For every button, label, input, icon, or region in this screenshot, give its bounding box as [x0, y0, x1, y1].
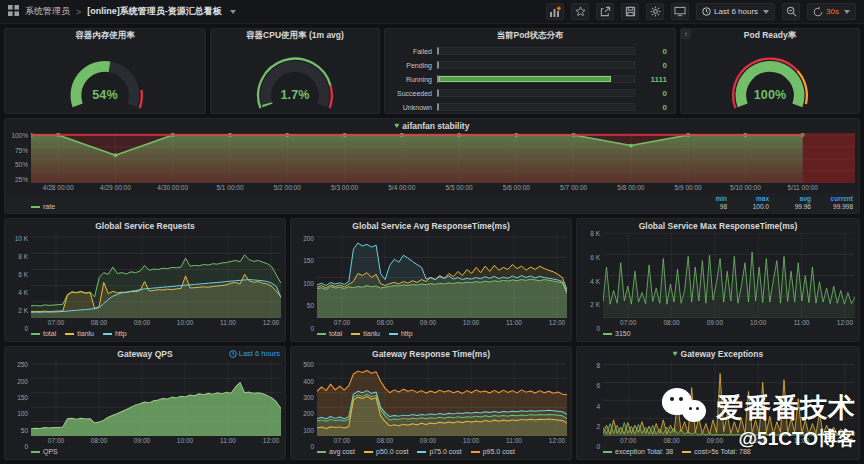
bar-fill — [439, 76, 611, 82]
legend-item[interactable]: avg cost — [317, 448, 355, 455]
panel-title[interactable]: Global Service Avg ResponseTime(ms) — [291, 219, 571, 232]
legend-stat-header[interactable]: min — [685, 195, 727, 202]
x-axis-label: 12:00 — [263, 319, 279, 326]
zoom-out-time-button[interactable] — [782, 3, 800, 20]
bar-value: 0 — [635, 103, 667, 112]
x-axis-label: 10:00 — [177, 319, 193, 326]
plot-area[interactable] — [31, 233, 281, 318]
plot-area[interactable] — [317, 361, 567, 436]
requests-chart[interactable]: 10 K8 K6 K4 K2 K007:0008:0009:0010:0011:… — [5, 232, 285, 328]
bar-label: Succeeded — [389, 90, 437, 97]
legend-series-label: p95.0 cost — [483, 448, 515, 455]
max-responsetime-chart[interactable]: 8 K6 K4 K2 K007:0008:0009:0010:0011:0012… — [577, 232, 859, 328]
legend-series-color — [103, 333, 112, 335]
heart-icon: ♥ — [395, 121, 400, 130]
pod-status-row: Running1111 — [389, 73, 667, 85]
dashboard-title[interactable]: [online]系统管理员-资源汇总看板 — [87, 5, 222, 18]
legend-item[interactable]: http — [103, 330, 127, 337]
refresh-picker[interactable]: 30s — [807, 3, 856, 20]
plot-area[interactable] — [31, 133, 855, 183]
panel-memory-usage: 容器内存使用率 54% — [4, 28, 206, 114]
y-axis-label: 400 — [303, 377, 314, 384]
save-dashboard-button[interactable] — [621, 3, 639, 20]
chart-legend: QPS — [5, 446, 285, 459]
panel-global-service-avg-rt: Global Service Avg ResponseTime(ms) 2001… — [290, 218, 572, 342]
plot-area[interactable] — [603, 233, 855, 318]
stability-chart[interactable]: 100%75%50%25%4/28 00:004/29 00:004/30 00… — [5, 132, 859, 193]
pod-status-row: Succeeded0 — [389, 87, 667, 99]
add-panel-button[interactable] — [546, 3, 564, 20]
y-axis-label: 6 K — [18, 270, 28, 277]
panel-title[interactable]: Global Service Requests — [5, 219, 285, 232]
panel-pod-status: 当前Pod状态分布 Failed0Pending0Running1111Succ… — [384, 28, 676, 114]
x-axis-label: 5/6 00:00 — [503, 184, 530, 191]
breadcrumb-folder[interactable]: 系统管理员 — [25, 5, 70, 18]
legend-item[interactable]: tianlu — [65, 330, 94, 337]
legend-series-label: p50.0 cost — [376, 448, 408, 455]
y-axis-label: 50 — [21, 426, 28, 433]
x-axis-label: 10:00 — [463, 319, 479, 326]
panel-title[interactable]: Pod Ready率 — [681, 29, 859, 42]
pod-ready-gauge[interactable]: 100% — [681, 42, 859, 113]
plot-area[interactable] — [31, 361, 281, 436]
dashboard-title-caret-icon[interactable] — [230, 10, 236, 14]
y-axis-label: 75% — [15, 146, 28, 153]
gateway-qps-chart[interactable]: 25020015010050007:0008:0009:0010:0011:00… — [5, 360, 285, 446]
x-axis-label: 12:00 — [263, 437, 279, 444]
legend-series-color — [65, 333, 74, 335]
time-range-label: Last 6 hours — [714, 7, 758, 16]
panel-title[interactable]: 容器内存使用率 — [5, 29, 205, 42]
legend-item[interactable]: total — [317, 330, 342, 337]
legend-item[interactable]: p95.0 cost — [471, 448, 515, 455]
y-axis-label: 6 — [596, 382, 600, 389]
plot-area[interactable] — [317, 233, 567, 318]
share-dashboard-button[interactable] — [596, 3, 614, 20]
panel-title[interactable]: Global Service Max ResponseTime(ms) — [577, 219, 859, 232]
panel-title[interactable]: Gateway Response Time(ms) — [291, 347, 571, 360]
panel-title[interactable]: ♥ aifanfan stability — [5, 119, 859, 132]
panel-title[interactable]: ♥ Gateway Exceptions — [577, 347, 859, 360]
legend-stats: minmaxavgcurrent98100.099.9699.998 — [685, 195, 853, 210]
legend-series-color — [351, 333, 360, 335]
x-axis-label: 07:00 — [620, 437, 636, 444]
cpu-gauge[interactable]: 1.7% — [211, 42, 379, 113]
y-axis-label: 100 — [17, 410, 28, 417]
tv-mode-button[interactable] — [671, 3, 689, 20]
avg-responsetime-chart[interactable]: 20015010050007:0008:0009:0010:0011:0012:… — [291, 232, 571, 328]
legend-item[interactable]: 3150 — [603, 330, 631, 337]
legend-item[interactable]: p75.0 cost — [417, 448, 461, 455]
x-axis-label: 11:00 — [220, 437, 236, 444]
bar-value: 0 — [635, 47, 667, 56]
legend-item[interactable]: total — [31, 330, 56, 337]
legend-item[interactable]: rate — [31, 203, 55, 210]
x-axis-label: 12:00 — [549, 319, 565, 326]
panel-title[interactable]: 当前Pod状态分布 — [385, 29, 675, 42]
panel-title[interactable]: 容器CPU使用率 (1m avg) — [211, 29, 379, 42]
refresh-interval-label: 30s — [826, 7, 839, 16]
gateway-responsetime-chart[interactable]: 500400300200100007:0008:0009:0010:0011:0… — [291, 360, 571, 446]
legend-stat-header[interactable]: current — [811, 195, 853, 202]
legend-series-color — [603, 451, 612, 453]
legend-item[interactable]: http — [389, 330, 413, 337]
panel-title[interactable]: Gateway QPS Last 6 hours — [5, 347, 285, 360]
y-axis-label: 4 K — [18, 288, 28, 295]
chart-legend: 3150 — [577, 328, 859, 341]
dashboard-settings-button[interactable] — [646, 3, 664, 20]
y-axis-label: 0 — [310, 443, 314, 450]
x-axis-label: 5/3 00:00 — [331, 184, 358, 191]
panel-info-icon[interactable]: i — [681, 29, 691, 39]
panel-time-override[interactable]: Last 6 hours — [229, 349, 280, 358]
star-dashboard-button[interactable] — [571, 3, 589, 20]
legend-item[interactable]: tianlu — [351, 330, 380, 337]
time-range-picker[interactable]: Last 6 hours — [696, 3, 775, 20]
y-axis-label: 0 — [24, 325, 28, 332]
y-axis-label: 0 — [596, 443, 600, 450]
legend-item[interactable]: p50.0 cost — [364, 448, 408, 455]
legend-stat-header[interactable]: max — [727, 195, 769, 202]
legend-stat-header[interactable]: avg — [769, 195, 811, 202]
legend-series-color — [31, 451, 40, 453]
x-axis-label: 07:00 — [334, 319, 350, 326]
legend-item[interactable]: QPS — [31, 448, 58, 455]
memory-gauge[interactable]: 54% — [5, 42, 205, 113]
dashboards-grid-icon[interactable] — [8, 5, 19, 18]
